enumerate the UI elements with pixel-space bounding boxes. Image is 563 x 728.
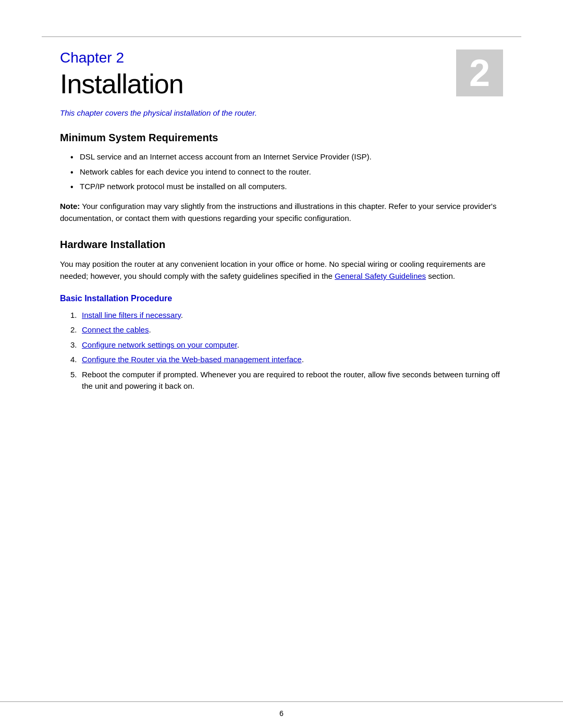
- chapter-label: Chapter 2: [60, 50, 456, 66]
- list-item: Install line filters if necessary.: [70, 310, 503, 322]
- chapter-number: 2: [469, 54, 490, 92]
- min-requirements-title: Minimum System Requirements: [60, 132, 503, 144]
- chapter-header: Chapter 2 Installation 2: [60, 50, 503, 99]
- list-item: Reboot the computer if prompted. Wheneve…: [70, 369, 503, 392]
- step3-link[interactable]: Configure network settings on your compu…: [82, 340, 237, 349]
- list-item: TCP/IP network protocol must be installe…: [70, 181, 503, 193]
- hardware-body2: section.: [426, 272, 455, 280]
- hardware-title: Hardware Installation: [60, 239, 503, 251]
- chapter-number-box: 2: [456, 50, 503, 96]
- basic-install-title: Basic Installation Procedure: [60, 294, 503, 303]
- chapter-left: Chapter 2 Installation: [60, 50, 456, 99]
- installation-steps: Install line filters if necessary. Conne…: [70, 310, 503, 392]
- note-body: Your configuration may vary slightly fro…: [60, 202, 496, 223]
- step1-link[interactable]: Install line filters if necessary: [82, 311, 181, 319]
- step4-suffix: .: [302, 355, 304, 364]
- chapter-title: Installation: [60, 69, 456, 99]
- list-item: Configure network settings on your compu…: [70, 339, 503, 351]
- chapter-intro: This chapter covers the physical install…: [60, 108, 503, 117]
- step3-suffix: .: [237, 340, 239, 349]
- step2-suffix: .: [149, 325, 151, 334]
- list-item: Configure the Router via the Web-based m…: [70, 354, 503, 366]
- list-item: Network cables for each device you inten…: [70, 166, 503, 178]
- note-paragraph: Note: Your configuration may vary slight…: [60, 200, 503, 225]
- page-number: 6: [279, 709, 284, 718]
- list-item: Connect the cables.: [70, 324, 503, 336]
- bottom-rule: [0, 701, 563, 702]
- page-container: Chapter 2 Installation 2 This chapter co…: [0, 0, 563, 728]
- general-safety-link[interactable]: General Safety Guidelines: [335, 272, 426, 280]
- list-item: DSL service and an Internet access accou…: [70, 151, 503, 163]
- content-area: Chapter 2 Installation 2 This chapter co…: [0, 0, 563, 441]
- hardware-body: You may position the router at any conve…: [60, 258, 503, 282]
- step4-link[interactable]: Configure the Router via the Web-based m…: [82, 355, 302, 364]
- step2-link[interactable]: Connect the cables: [82, 325, 149, 334]
- note-label: Note:: [60, 202, 80, 211]
- step1-suffix: .: [181, 311, 183, 319]
- step5-text: Reboot the computer if prompted. Wheneve…: [82, 370, 500, 391]
- requirements-list: DSL service and an Internet access accou…: [70, 151, 503, 193]
